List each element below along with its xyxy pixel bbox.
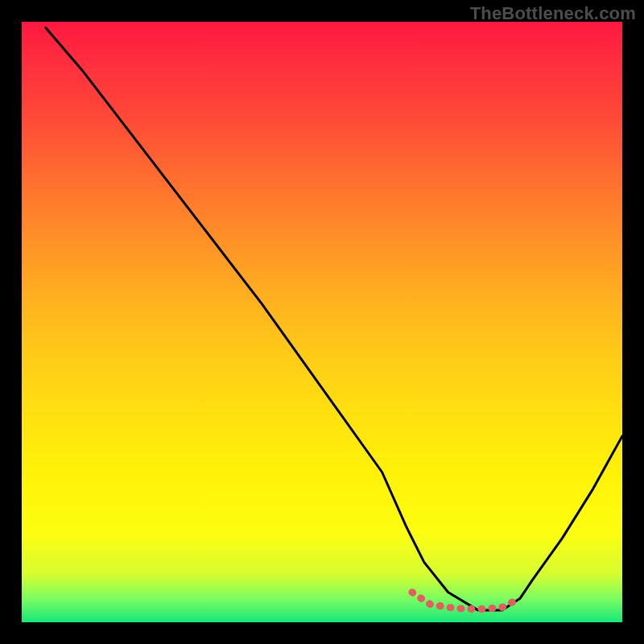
plot-area (22, 22, 622, 622)
main-curve-path (46, 28, 622, 611)
flat-marker-path (412, 592, 520, 609)
chart-container: TheBottleneck.com (0, 0, 644, 644)
curve-layer (22, 22, 622, 622)
